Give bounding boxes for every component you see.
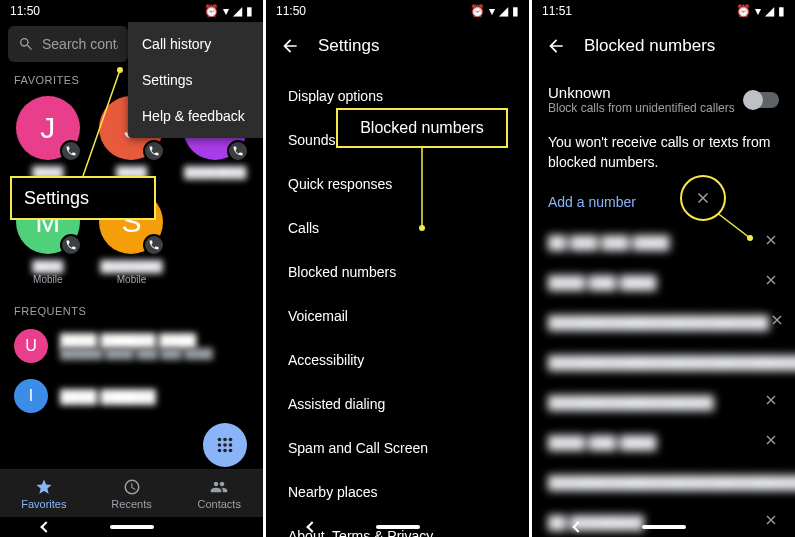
status-bar: 11:50 ⏰ ▾ ◢ ▮ [266, 0, 529, 22]
back-button[interactable] [544, 34, 568, 58]
svg-point-1 [223, 438, 227, 442]
signal-icon: ◢ [499, 4, 508, 18]
remove-blocked-button[interactable] [769, 312, 785, 332]
settings-item-sounds[interactable]: Sounds and vibration [266, 118, 529, 162]
frequents-label: FREQUENTS [0, 297, 263, 321]
status-bar: 11:50 ⏰ ▾ ◢ ▮ [0, 0, 263, 22]
clock-icon [123, 478, 141, 496]
battery-icon: ▮ [512, 4, 519, 18]
clock: 11:50 [10, 4, 40, 18]
tab-favorites[interactable]: Favorites [0, 470, 88, 517]
back-button[interactable] [278, 34, 302, 58]
clock: 11:50 [276, 4, 306, 18]
dialpad-fab[interactable] [203, 423, 247, 467]
svg-point-0 [218, 438, 222, 442]
nav-back[interactable] [40, 521, 51, 532]
blocked-number-text: ██ ███ ███ ████ [548, 235, 669, 250]
remove-blocked-button[interactable] [763, 232, 779, 252]
remove-blocked-button[interactable] [763, 392, 779, 412]
settings-item-accessibility[interactable]: Accessibility [266, 338, 529, 382]
svg-point-8 [229, 449, 233, 453]
blocked-number-text: ████████████████████████ [548, 315, 769, 330]
highlight-remove-circle [680, 175, 726, 221]
menu-help-feedback[interactable]: Help & feedback [128, 98, 263, 134]
settings-item-spam[interactable]: Spam and Call Screen [266, 426, 529, 470]
phone-panel-1: 11:50 ⏰ ▾ ◢ ▮ Search contac Call history… [0, 0, 263, 537]
favorite-contact[interactable]: M ████ Mobile [6, 186, 90, 289]
phone-badge-icon [227, 140, 249, 162]
wifi-icon: ▾ [223, 4, 229, 18]
favorite-name: ████ [32, 260, 63, 272]
menu-call-history[interactable]: Call history [128, 26, 263, 62]
settings-item-assisted-dialing[interactable]: Assisted dialing [266, 382, 529, 426]
system-nav-bar [532, 517, 795, 537]
avatar: S [99, 190, 163, 254]
alarm-icon: ⏰ [204, 4, 219, 18]
remove-blocked-button[interactable] [763, 432, 779, 452]
frequent-contact[interactable]: U ████ ██████ ████ ██████ ████ ███ ███ █… [6, 321, 257, 371]
avatar: U [14, 329, 48, 363]
dialpad-icon [214, 434, 236, 456]
blocked-list: ██ ███ ███ ████ ████ ███ ████ ██████████… [548, 222, 779, 537]
svg-point-4 [223, 443, 227, 447]
unknown-sub: Block calls from unidentified callers [548, 101, 735, 115]
topbar: Blocked numbers [532, 22, 795, 70]
nav-home[interactable] [642, 525, 686, 529]
phone-badge-icon [143, 140, 165, 162]
settings-item-nearby-places[interactable]: Nearby places [266, 470, 529, 514]
nav-back[interactable] [572, 521, 583, 532]
unknown-switch[interactable] [745, 92, 779, 108]
blocked-number-text: ████ ███ ████ [548, 275, 657, 290]
nav-back[interactable] [306, 521, 317, 532]
avatar: J [16, 96, 80, 160]
phone-badge-icon [60, 234, 82, 256]
tab-contacts[interactable]: Contacts [175, 470, 263, 517]
settings-item-display-options[interactable]: Display options [266, 74, 529, 118]
favorite-subtitle: Mobile [117, 274, 146, 285]
blocked-number-row: ██████████████████ [548, 382, 779, 422]
tab-recents[interactable]: Recents [88, 470, 176, 517]
phone-panel-2: 11:50 ⏰ ▾ ◢ ▮ Settings Display options S… [266, 0, 529, 537]
arrow-back-icon [280, 36, 300, 56]
favorite-name: ████████ [100, 260, 162, 272]
blocked-number-row: ████ ███ ████ [548, 262, 779, 302]
signal-icon: ◢ [233, 4, 242, 18]
unknown-toggle-row: Unknown Block calls from unidentified ca… [548, 74, 779, 123]
frequents-list: U ████ ██████ ████ ██████ ████ ███ ███ █… [0, 321, 263, 421]
remove-blocked-button[interactable] [763, 272, 779, 292]
search-input[interactable]: Search contac [8, 26, 128, 62]
wifi-icon: ▾ [489, 4, 495, 18]
system-nav-bar [0, 517, 263, 537]
nav-home[interactable] [376, 525, 420, 529]
tab-favorites-label: Favorites [21, 498, 66, 510]
frequent-contact[interactable]: I ████ ██████ [6, 371, 257, 421]
settings-item-blocked-numbers[interactable]: Blocked numbers [266, 250, 529, 294]
settings-list: Display options Sounds and vibration Qui… [266, 70, 529, 537]
phone-panel-3: 11:51 ⏰ ▾ ◢ ▮ Blocked numbers Unknown Bl… [532, 0, 795, 537]
blocked-number-text: ████████████████████████████ [548, 475, 795, 490]
status-icons: ⏰ ▾ ◢ ▮ [470, 4, 519, 18]
svg-point-5 [229, 443, 233, 447]
close-icon [694, 189, 712, 207]
add-number-button[interactable]: Add a number [548, 186, 779, 222]
svg-point-7 [223, 449, 227, 453]
phone-badge-icon [143, 234, 165, 256]
overflow-dropdown: Call history Settings Help & feedback [128, 22, 263, 138]
favorite-contact[interactable]: S ████████ Mobile [90, 186, 174, 289]
blocked-number-row: ████████████████████████████ [548, 462, 779, 502]
favorite-contact[interactable]: J ████ [6, 92, 90, 182]
tab-recents-label: Recents [111, 498, 151, 510]
menu-settings[interactable]: Settings [128, 62, 263, 98]
settings-item-voicemail[interactable]: Voicemail [266, 294, 529, 338]
battery-icon: ▮ [778, 4, 785, 18]
nav-home[interactable] [110, 525, 154, 529]
tab-contacts-label: Contacts [197, 498, 240, 510]
blocked-number-row: ████████████████████████ [548, 302, 779, 342]
settings-item-calls[interactable]: Calls [266, 206, 529, 250]
blocked-number-text: ██████████████████ [548, 395, 714, 410]
frequent-name: ████ ██████ [60, 389, 249, 404]
battery-icon: ▮ [246, 4, 253, 18]
info-text: You won't receive calls or texts from bl… [548, 123, 779, 186]
frequent-name: ████ ██████ ████ [60, 333, 249, 348]
settings-item-quick-responses[interactable]: Quick responses [266, 162, 529, 206]
